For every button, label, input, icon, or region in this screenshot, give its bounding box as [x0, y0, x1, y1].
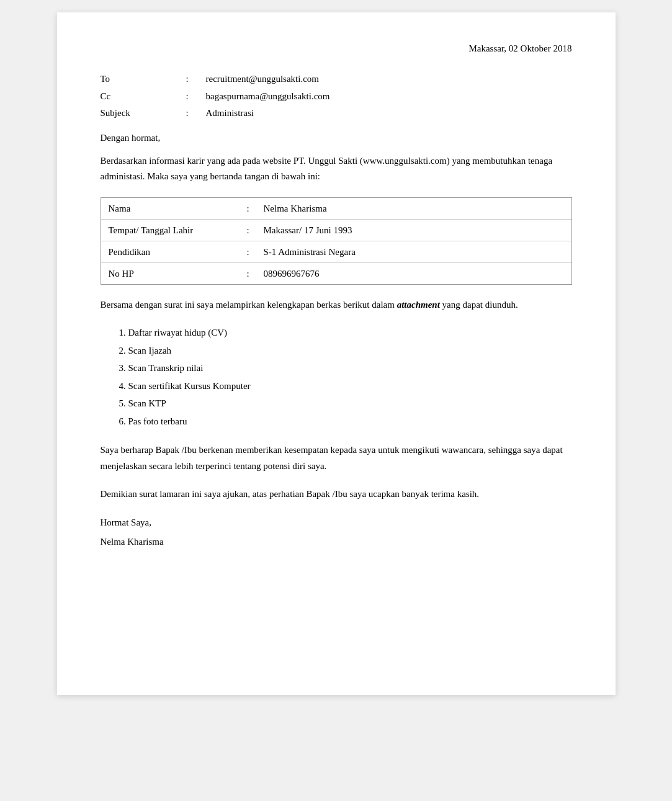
- attachment-text-before: Bersama dengan surat ini saya melampirka…: [101, 300, 397, 310]
- intro-paragraph: Berdasarkan informasi karir yang ada pad…: [101, 153, 572, 185]
- info-row-nohp: No HP : 089696967676: [101, 263, 571, 284]
- subject-value: Administrasi: [206, 105, 572, 122]
- info-row-pendidikan: Pendidikan : S-1 Administrasi Negara: [101, 241, 571, 263]
- subject-colon: :: [169, 105, 206, 122]
- closing-paragraph: Demikian surat lamaran ini saya ajukan, …: [101, 486, 572, 503]
- to-colon: :: [169, 71, 206, 87]
- letter-header: To : recruitment@unggulsakti.com Cc : ba…: [101, 71, 572, 122]
- to-label: To: [101, 71, 169, 87]
- personal-info-table: Nama : Nelma Kharisma Tempat/ Tanggal La…: [101, 197, 572, 285]
- info-label-nama: Nama: [109, 201, 233, 216]
- letter-page: Makassar, 02 Oktober 2018 To : recruitme…: [57, 12, 616, 695]
- list-item-2: Scan Ijazah: [119, 342, 572, 360]
- info-row-nama: Nama : Nelma Kharisma: [101, 198, 571, 220]
- info-value-nohp: 089696967676: [264, 266, 564, 281]
- attachment-italic-text: attachment: [397, 300, 440, 310]
- list-item-4: Scan sertifikat Kursus Komputer: [119, 377, 572, 395]
- attachment-text-after: yang dapat diunduh.: [440, 300, 518, 310]
- to-row: To : recruitment@unggulsakti.com: [101, 71, 572, 87]
- attachment-list: Daftar riwayat hidup (CV) Scan Ijazah Sc…: [101, 324, 572, 430]
- info-value-nama: Nelma Kharisma: [264, 201, 564, 216]
- date: Makassar, 02 Oktober 2018: [101, 43, 572, 54]
- cc-row: Cc : bagaspurnama@unggulsakti.com: [101, 89, 572, 105]
- info-colon-nohp: :: [233, 266, 264, 281]
- info-label-ttl: Tempat/ Tanggal Lahir: [109, 223, 233, 238]
- info-value-ttl: Makassar/ 17 Juni 1993: [264, 223, 564, 238]
- attachment-paragraph: Bersama dengan surat ini saya melampirka…: [101, 297, 572, 313]
- info-colon-ttl: :: [233, 223, 264, 238]
- list-item-5: Scan KTP: [119, 395, 572, 413]
- info-label-pendidikan: Pendidikan: [109, 244, 233, 259]
- interview-paragraph: Saya berharap Bapak /Ibu berkenan member…: [101, 442, 572, 474]
- cc-colon: :: [169, 89, 206, 105]
- cc-value: bagaspurnama@unggulsakti.com: [206, 89, 572, 105]
- info-value-pendidikan: S-1 Administrasi Negara: [264, 244, 564, 259]
- list-item-6: Pas foto terbaru: [119, 413, 572, 431]
- to-value: recruitment@unggulsakti.com: [206, 71, 572, 87]
- list-item-1: Daftar riwayat hidup (CV): [119, 324, 572, 342]
- info-label-nohp: No HP: [109, 266, 233, 281]
- list-item-3: Scan Transkrip nilai: [119, 359, 572, 377]
- info-colon-nama: :: [233, 201, 264, 216]
- info-colon-pendidikan: :: [233, 244, 264, 259]
- greeting: Dengan hormat,: [101, 133, 572, 143]
- signature: Nelma Kharisma: [101, 537, 572, 547]
- closing-salutation: Hormat Saya,: [101, 515, 572, 531]
- subject-row: Subjeck : Administrasi: [101, 105, 572, 122]
- date-text: Makassar, 02 Oktober 2018: [468, 43, 571, 53]
- subject-label: Subjeck: [101, 105, 169, 122]
- cc-label: Cc: [101, 89, 169, 105]
- info-row-ttl: Tempat/ Tanggal Lahir : Makassar/ 17 Jun…: [101, 220, 571, 241]
